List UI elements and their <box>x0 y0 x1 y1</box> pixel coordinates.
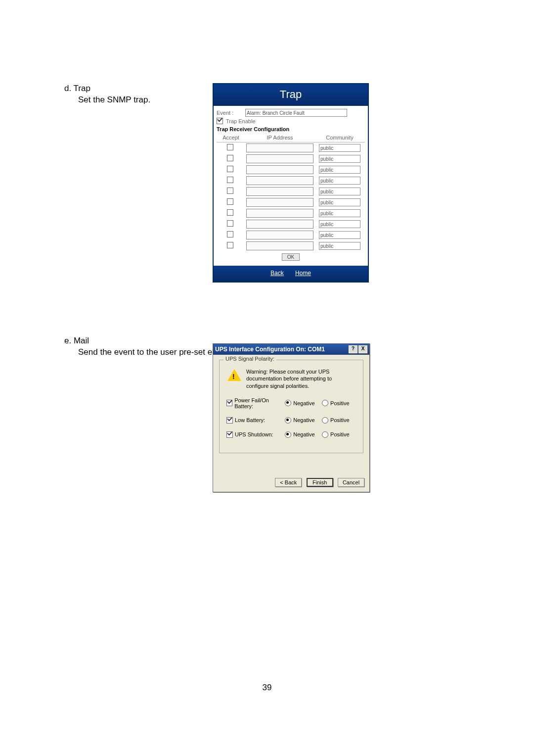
trap-title: Trap <box>214 84 368 106</box>
ups-dialog: UPS Interface Configuration On: COM1 ? X… <box>213 343 370 492</box>
accept-checkbox[interactable] <box>227 166 233 172</box>
ip-input[interactable] <box>246 241 313 250</box>
trap-enable-label: Trap Enable <box>225 118 256 124</box>
back-button[interactable]: < Back <box>275 478 302 487</box>
ups-shutdown-checkbox[interactable] <box>226 431 233 438</box>
finish-button[interactable]: Finish <box>307 478 333 487</box>
accept-checkbox[interactable] <box>227 144 233 150</box>
trap-receiver-config-header: Trap Receiver Configuration <box>217 126 365 132</box>
ip-input[interactable] <box>246 176 313 185</box>
back-link[interactable]: Back <box>270 270 284 277</box>
ip-input[interactable] <box>246 198 313 207</box>
accept-checkbox[interactable] <box>227 155 233 161</box>
ip-input[interactable] <box>246 154 313 163</box>
accept-checkbox[interactable] <box>227 231 233 237</box>
accept-checkbox[interactable] <box>227 177 233 183</box>
table-row <box>217 208 365 219</box>
home-link[interactable]: Home <box>295 270 311 277</box>
accept-checkbox[interactable] <box>227 242 233 248</box>
table-row <box>217 197 365 208</box>
trap-footer: Back Home <box>214 266 368 282</box>
community-input[interactable] <box>319 209 360 217</box>
accept-checkbox[interactable] <box>227 198 233 205</box>
power-fail-negative-radio[interactable] <box>285 400 291 406</box>
ups-shutdown-negative-radio[interactable] <box>285 431 291 438</box>
ups-title: UPS Interface Configuration On: COM1 <box>215 346 348 353</box>
community-input[interactable] <box>319 177 360 185</box>
low-battery-positive-radio[interactable] <box>322 417 328 424</box>
low-battery-negative-radio[interactable] <box>285 417 291 424</box>
close-icon[interactable]: X <box>358 345 367 353</box>
negative-label: Negative <box>293 400 314 406</box>
table-row <box>217 219 365 230</box>
negative-label: Negative <box>293 417 314 423</box>
accept-checkbox[interactable] <box>227 188 233 194</box>
signal-row: Power Fail/On Battery: Negative Positive <box>226 397 359 409</box>
community-input[interactable] <box>319 166 360 174</box>
table-row <box>217 175 365 186</box>
signal-row: UPS Shutdown: Negative Positive <box>226 431 359 438</box>
table-row <box>217 164 365 175</box>
positive-label: Positive <box>330 400 350 406</box>
power-fail-positive-radio[interactable] <box>322 400 328 406</box>
ip-input[interactable] <box>246 209 313 218</box>
col-accept: Accept <box>217 133 245 142</box>
ok-button[interactable]: OK <box>282 253 300 261</box>
trap-receiver-table: Accept IP Address Community <box>217 133 365 251</box>
event-label: Event : <box>217 110 245 116</box>
community-input[interactable] <box>319 144 360 152</box>
ip-input[interactable] <box>246 165 313 174</box>
section-d-desc: Set the SNMP trap. <box>64 94 203 105</box>
community-input[interactable] <box>319 198 360 206</box>
help-icon[interactable]: ? <box>349 345 357 353</box>
event-input[interactable] <box>245 109 347 117</box>
warning-icon <box>227 369 241 381</box>
ip-input[interactable] <box>246 231 313 239</box>
cancel-button[interactable]: Cancel <box>338 478 364 487</box>
col-ip: IP Address <box>245 133 314 142</box>
table-row <box>217 153 365 164</box>
accept-checkbox[interactable] <box>227 220 233 227</box>
ip-input[interactable] <box>246 143 313 152</box>
table-row <box>217 186 365 197</box>
ip-input[interactable] <box>246 187 313 196</box>
ups-titlebar: UPS Interface Configuration On: COM1 ? X <box>213 344 369 355</box>
ups-shutdown-positive-radio[interactable] <box>322 431 328 438</box>
ip-input[interactable] <box>246 220 313 229</box>
negative-label: Negative <box>293 431 314 437</box>
signal-row: Low Battery: Negative Positive <box>226 417 359 424</box>
warning-text: Warning: Please consult your UPS documen… <box>246 368 355 389</box>
trap-enable-checkbox[interactable] <box>217 118 223 124</box>
table-row <box>217 230 365 240</box>
signal-polarity-legend: UPS Signal Polarity: <box>223 356 276 362</box>
low-battery-checkbox[interactable] <box>226 417 233 424</box>
trap-panel: Trap Event : Trap Enable Trap Receiver C… <box>213 83 369 283</box>
ups-shutdown-label: UPS Shutdown: <box>235 431 273 437</box>
table-row <box>217 142 365 154</box>
page-number: 39 <box>0 683 534 693</box>
community-input[interactable] <box>319 242 360 250</box>
community-input[interactable] <box>319 220 360 228</box>
col-community: Community <box>314 133 365 142</box>
power-fail-checkbox[interactable] <box>226 400 232 406</box>
community-input[interactable] <box>319 188 360 195</box>
table-row <box>217 240 365 251</box>
section-d-title: d. Trap <box>64 83 203 94</box>
community-input[interactable] <box>319 155 360 163</box>
signal-polarity-group: UPS Signal Polarity: Warning: Please con… <box>219 360 363 453</box>
positive-label: Positive <box>330 431 350 437</box>
positive-label: Positive <box>330 417 350 423</box>
community-input[interactable] <box>319 231 360 239</box>
low-battery-label: Low Battery: <box>235 417 265 423</box>
power-fail-label: Power Fail/On Battery: <box>234 397 285 409</box>
accept-checkbox[interactable] <box>227 209 233 216</box>
